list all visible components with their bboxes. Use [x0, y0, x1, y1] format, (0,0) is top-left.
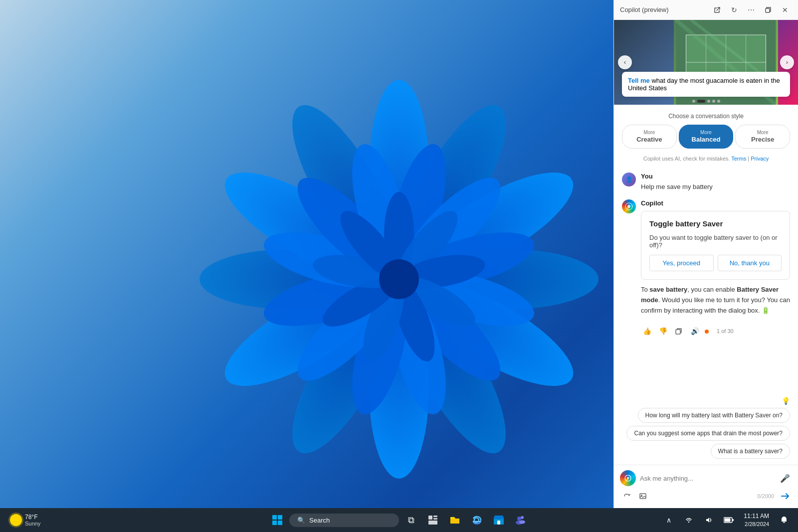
toolbar-right: 0/2000: [757, 489, 792, 503]
send-icon: [781, 492, 790, 501]
more-options-button[interactable]: ⋯: [744, 3, 758, 17]
privacy-link[interactable]: Privacy: [751, 156, 769, 162]
refresh-icon: [623, 492, 631, 500]
battery-question: Do you want to toggle battery saver to (…: [649, 234, 782, 249]
style-precise-button[interactable]: More Precise: [735, 125, 790, 149]
feedback-bar: 👍 👎 🔊 1 of 30: [641, 321, 790, 337]
svg-point-63: [641, 495, 642, 496]
battery-icon[interactable]: [721, 512, 737, 528]
user-message-content: You Help me save my battery: [641, 173, 790, 192]
no-thank-you-button[interactable]: No, thank you: [718, 255, 782, 271]
svg-point-47: [519, 521, 525, 524]
battery-indicator: [724, 517, 734, 523]
svg-rect-37: [278, 521, 282, 525]
wallpaper-bloom: [200, 30, 598, 479]
image-icon: [639, 492, 647, 500]
image-button[interactable]: [636, 489, 650, 503]
refresh-conversation-button[interactable]: [620, 489, 634, 503]
disclaimer-text: Copilot uses AI, check for mistakes.: [643, 156, 730, 162]
carousel-next-button[interactable]: ›: [780, 55, 794, 69]
edge-button[interactable]: [467, 510, 487, 530]
suggestion-3-text: What is a battery saver?: [718, 448, 783, 455]
yes-proceed-button[interactable]: Yes, proceed: [649, 255, 714, 271]
svg-rect-35: [278, 515, 282, 520]
file-explorer-button[interactable]: [445, 510, 465, 530]
user-message-text: Help me save my battery: [641, 182, 790, 192]
widgets-button[interactable]: [423, 510, 443, 530]
balanced-bottom: Balanced: [685, 136, 727, 144]
carousel-prev-button[interactable]: ‹: [618, 55, 632, 69]
external-link-icon: [714, 6, 721, 13]
send-button[interactable]: [778, 489, 792, 503]
response-bold1: save battery: [649, 286, 687, 293]
bell-icon: [780, 516, 788, 524]
copilot-body: Tell me what day the most guacamole is e…: [614, 20, 798, 465]
svg-rect-34: [272, 515, 277, 520]
input-row: 🎤: [620, 470, 792, 486]
open-external-button[interactable]: [710, 3, 724, 17]
svg-rect-43: [497, 521, 500, 525]
style-buttons: More Creative More Balanced More Precise: [622, 125, 790, 149]
taskbar-center: 🔍 Search ⧉: [267, 510, 531, 530]
temperature: 78°F: [25, 514, 40, 521]
thumbs-up-button[interactable]: 👍: [641, 325, 653, 337]
user-message: 👤 You Help me save my battery: [622, 173, 790, 192]
copy-button[interactable]: [673, 325, 685, 337]
tooltip-highlight: Tell me: [628, 77, 650, 84]
restore-button[interactable]: [761, 3, 775, 17]
suggestion-3[interactable]: What is a battery saver?: [711, 444, 790, 459]
search-icon: 🔍: [297, 517, 305, 524]
style-creative-button[interactable]: More Creative: [622, 125, 677, 149]
teams-button[interactable]: [511, 510, 531, 530]
copilot-panel: Copilot (preview) ↻ ⋯ ✕: [613, 0, 798, 508]
restore-icon: [765, 7, 771, 13]
terms-link[interactable]: Terms: [731, 156, 746, 162]
response-count: 1 of 30: [717, 328, 734, 334]
start-button[interactable]: [267, 510, 287, 530]
copilot-name: Copilot: [641, 199, 790, 207]
dot-1[interactable]: [692, 100, 695, 103]
message-input[interactable]: [640, 472, 774, 485]
widgets-icon: [428, 515, 438, 525]
network-icon[interactable]: [681, 512, 697, 528]
refresh-button[interactable]: ↻: [727, 3, 741, 17]
dot-2[interactable]: [697, 100, 705, 103]
volume-icon[interactable]: [701, 512, 717, 528]
chevron-up-icon[interactable]: ∧: [661, 512, 677, 528]
suggestion-icon-row: 💡: [782, 397, 790, 405]
creative-bottom: Creative: [628, 136, 670, 144]
store-button[interactable]: [489, 510, 509, 530]
clock[interactable]: 11:11 AM 2/28/2024: [741, 511, 772, 529]
battery-card-title: Toggle battery Saver: [649, 219, 782, 228]
svg-rect-36: [272, 521, 277, 525]
dot-4[interactable]: [712, 100, 715, 103]
weather-widget[interactable]: 78°F Sunny: [6, 512, 44, 529]
copilot-search-icon: [620, 470, 636, 486]
taskbar-right: ∧ 11:11 AM 2/28/2024: [661, 511, 792, 529]
speaker-button[interactable]: 🔊: [689, 325, 701, 337]
weather-info: 78°F Sunny: [25, 514, 40, 527]
precise-top: More: [742, 129, 784, 136]
suggestion-2[interactable]: Can you suggest some apps that drain the…: [626, 426, 790, 441]
search-label: Search: [309, 517, 330, 524]
microphone-button[interactable]: 🎤: [778, 471, 792, 485]
carousel: Tell me what day the most guacamole is e…: [614, 20, 798, 105]
svg-rect-49: [732, 519, 734, 521]
task-view-button[interactable]: ⧉: [401, 510, 421, 530]
tooltip-text: what day the most guacamole is eaten in …: [628, 77, 780, 92]
dot-5[interactable]: [717, 100, 720, 103]
close-button[interactable]: ✕: [778, 3, 792, 17]
response-post: . Would you like me to turn it for you? …: [641, 296, 790, 314]
suggestion-1[interactable]: How long will my battery last with Batte…: [638, 408, 790, 423]
suggestions: 💡 How long will my battery last with Bat…: [614, 393, 798, 465]
file-explorer-icon: [449, 515, 460, 525]
thumbs-down-button[interactable]: 👎: [657, 325, 669, 337]
style-balanced-button[interactable]: More Balanced: [679, 125, 734, 149]
notification-icon[interactable]: [776, 512, 792, 528]
dot-3[interactable]: [707, 100, 710, 103]
style-label: Choose a conversation style: [622, 113, 790, 120]
svg-rect-60: [676, 330, 680, 334]
battery-actions: Yes, proceed No, thank you: [649, 255, 782, 271]
search-button[interactable]: 🔍 Search: [289, 514, 399, 527]
chat-area: 👤 You Help me save my battery Copilot: [614, 165, 798, 393]
